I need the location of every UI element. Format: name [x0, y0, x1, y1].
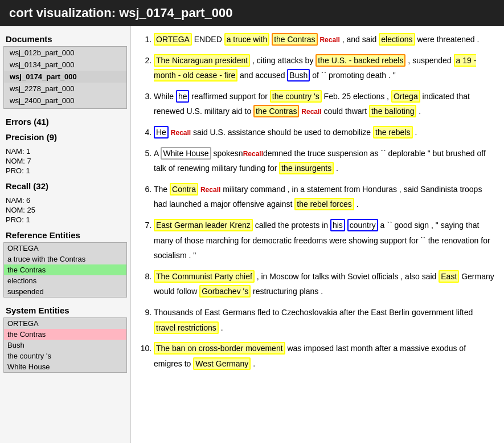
token-country-7: country [347, 219, 378, 231]
document-item[interactable]: wsj_2400_part_000 [4, 95, 126, 107]
token-rebel-forces: the rebel forces [294, 198, 354, 210]
sentence-item: The Communist Party chief , in Moscow fo… [154, 269, 495, 299]
recall-label-1: Recall [319, 36, 339, 44]
token-rebels-4: the rebels [373, 126, 412, 139]
sentence-item: ORTEGA ENDED a truce with the Contras Re… [154, 32, 495, 47]
token-us-rebels: the U.S. - backed rebels [315, 54, 405, 67]
token-balloting: the balloting [369, 105, 417, 117]
token-truce: a truce with [224, 33, 270, 46]
errors-section-title: Errors (41) [0, 113, 130, 129]
token-country: the country 's [270, 90, 322, 103]
recall-label-3: Recall [301, 108, 321, 116]
sentence-item: The Contra Recall military command , in … [154, 182, 495, 212]
sentence-item: Thousands of East Germans fled to Czecho… [154, 305, 495, 335]
precision-stat: NAM: 1 [6, 146, 125, 156]
sentence-item: The ban on cross-border movement was imp… [154, 341, 495, 371]
token-contras-1: the Contras [272, 33, 317, 46]
recall-stat: NOM: 25 [6, 205, 125, 215]
token-commparty: The Communist Party chief [154, 270, 255, 283]
precision-section-title: Precision (9) [0, 129, 130, 144]
sentence-item: He Recall said U.S. assistance should be… [154, 125, 495, 140]
recall-label-5: Recall [243, 150, 263, 158]
sys-entity-item[interactable]: White House [4, 361, 126, 372]
token-ortega: ORTEGA [154, 33, 192, 46]
document-item[interactable]: wsj_2278_part_000 [4, 83, 126, 95]
ref-entity-item[interactable]: the Contras [4, 264, 126, 275]
sys-entity-item[interactable]: Bush [4, 340, 126, 351]
ref-entity-item[interactable]: suspended [4, 286, 126, 297]
token-bush: Bush [287, 69, 310, 82]
sys-entities-title: System Entities [0, 302, 130, 317]
token-contra-6: Contra [170, 183, 198, 195]
sentence-item: A White House spokesnRecalldemned the tr… [154, 146, 495, 176]
documents-section-title: Documents [0, 31, 130, 46]
sys-entity-item[interactable]: ORTEGA [4, 318, 126, 329]
precision-stat: PRO: 1 [6, 166, 125, 176]
recall-stat: NAM: 6 [6, 195, 125, 205]
ref-entity-item[interactable]: elections [4, 275, 126, 286]
sentence-item: East German leader Krenz called the prot… [154, 218, 495, 263]
recall-label-4: Recall [171, 129, 191, 137]
token-insurgents: the insurgents [279, 162, 334, 174]
ref-entity-item[interactable]: ORTEGA [4, 243, 126, 254]
ref-entity-item[interactable]: a truce with the Contras [4, 254, 126, 264]
token-ban: The ban on cross-border movement [154, 342, 285, 355]
sidebar: Documents wsj_012b_part_000wsj_0134_part… [0, 26, 131, 443]
page-title: cort visualization: wsj_0174_part_000 [9, 6, 233, 20]
token-elections: elections [379, 33, 415, 46]
document-item[interactable]: wsj_0174_part_000 [4, 71, 126, 83]
recall-section-title: Recall (32) [0, 178, 130, 193]
content-area: ORTEGA ENDED a truce with the Contras Re… [131, 26, 504, 443]
sys-entities-list[interactable]: ORTEGAthe ContrasBushthe country 'sWhite… [3, 317, 127, 373]
recall-stats: NAM: 6NOM: 25PRO: 1 [0, 193, 130, 227]
precision-stat: NOM: 7 [6, 156, 125, 166]
title-bar: cort visualization: wsj_0174_part_000 [0, 0, 504, 26]
token-whitehouse: White House [161, 147, 211, 160]
token-ortega-3: Ortega [391, 90, 420, 103]
precision-stats: NAM: 1NOM: 7PRO: 1 [0, 144, 130, 178]
documents-list[interactable]: wsj_012b_part_000wsj_0134_part_000wsj_01… [3, 46, 127, 109]
document-item[interactable]: wsj_012b_part_000 [4, 47, 126, 59]
token-east: East [439, 270, 459, 283]
ref-entities-title: Reference Entities [0, 227, 130, 242]
token-gorbachev: Gorbachev 's [199, 285, 251, 298]
token-westgermany: West Germany [193, 357, 251, 370]
token-krenz: East German leader Krenz [154, 219, 253, 231]
sys-entity-item[interactable]: the Contras [4, 329, 126, 340]
token-he-4: He [154, 126, 169, 139]
token-nic-pres: The Nicaraguan president [154, 54, 250, 67]
recall-stat: PRO: 1 [6, 215, 125, 225]
ref-entities-list[interactable]: ORTEGAa truce with the Contrasthe Contra… [3, 242, 127, 298]
sentence-item: The Nicaraguan president , citing attack… [154, 53, 495, 83]
recall-label-6: Recall [200, 186, 220, 194]
sentence-item: While he reaffirmed support for the coun… [154, 89, 495, 119]
token-travel: travel restrictions [154, 321, 219, 334]
document-item[interactable]: wsj_0134_part_000 [4, 59, 126, 71]
sys-entity-item[interactable]: the country 's [4, 351, 126, 361]
token-his: his [330, 219, 345, 231]
token-contras-3: the Contras [253, 105, 299, 117]
token-he-3: he [176, 90, 190, 103]
